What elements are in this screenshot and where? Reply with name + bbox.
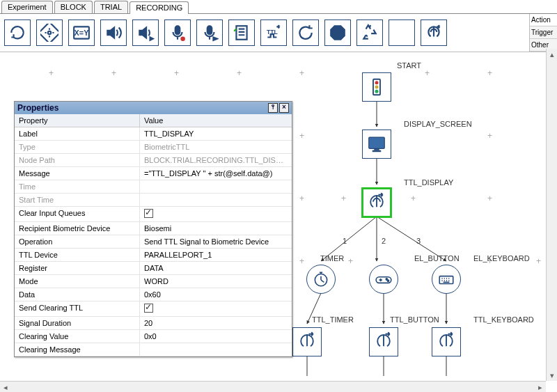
property-row[interactable]: RegisterDATA (15, 262, 292, 275)
property-row[interactable]: Data0x60 (15, 288, 292, 301)
log-button[interactable] (228, 19, 255, 46)
blank-button[interactable] (389, 19, 415, 46)
drift-button[interactable] (36, 19, 63, 46)
brain-ttl-icon-4 (436, 331, 457, 352)
tab-trial[interactable]: TRIAL (94, 1, 128, 13)
svg-marker-8 (213, 38, 217, 40)
action-toolbar: X=Y TTL (0, 14, 529, 52)
edge-label-1: 1 (343, 237, 347, 245)
node-ttl-display[interactable] (362, 188, 391, 217)
property-value[interactable]: ="TTL_DISPLAY " + str(@self.data@) (140, 167, 292, 180)
property-value[interactable]: DATA (140, 262, 292, 274)
record-sound-button[interactable] (164, 19, 191, 46)
property-row[interactable]: Clear Input Queues (15, 207, 292, 222)
property-label: Clearing Value (15, 330, 140, 343)
property-row[interactable]: Send Clearing TTL (15, 301, 292, 317)
control-sound-button[interactable] (132, 19, 159, 46)
ttl-button[interactable]: TTL (260, 19, 287, 46)
loop-button[interactable] (4, 19, 31, 46)
scroll-up-icon[interactable]: ▴ (547, 49, 557, 60)
node-el-button[interactable] (369, 265, 398, 294)
tab-recording[interactable]: RECORDING (130, 1, 189, 14)
scroll-left-icon[interactable]: ◂ (0, 382, 11, 392)
property-row: Time (15, 180, 292, 194)
biometric-button[interactable] (421, 19, 447, 46)
node-ttl-keyboard[interactable] (432, 327, 461, 356)
svg-rect-29 (372, 150, 382, 152)
property-label: Type (15, 141, 140, 153)
checkbox-icon[interactable] (144, 304, 153, 313)
property-row[interactable]: Clearing Value0x0 (15, 330, 292, 343)
property-value: BLOCK.TRIAL.RECORDING.TTL_DISPLAY (140, 154, 292, 166)
properties-close-icon[interactable]: × (279, 103, 289, 113)
stop-record-button[interactable] (196, 19, 223, 46)
properties-header-value: Value (140, 114, 167, 127)
property-value[interactable] (140, 207, 292, 221)
recycle-button[interactable] (356, 19, 383, 46)
label-display: DISPLAY_SCREEN (404, 120, 472, 128)
stop-icon (329, 24, 347, 42)
property-value[interactable]: Biosemi (140, 222, 292, 235)
property-value[interactable]: WORD (140, 275, 292, 288)
property-label: Message (15, 167, 140, 180)
level-tabs: Experiment BLOCK TRIAL RECORDING (0, 0, 557, 14)
stop-button[interactable] (324, 19, 351, 46)
reset-button[interactable] (292, 19, 319, 46)
property-label: Register (15, 262, 140, 274)
property-label: Recipient Biometric Device (15, 222, 140, 235)
monitor-icon (366, 134, 387, 155)
property-value[interactable]: 20 (140, 317, 292, 329)
reset-icon (297, 24, 315, 42)
property-row[interactable]: Clearing Message (15, 343, 292, 356)
edge-label-3: 3 (416, 237, 421, 245)
properties-titlebar[interactable]: Properties ⫯ × (15, 102, 292, 114)
side-tab-action[interactable]: Action (530, 14, 557, 26)
play-sound-button[interactable] (100, 19, 127, 46)
label-ttl-button: TTL_BUTTON (390, 315, 439, 324)
node-ttl-timer[interactable] (292, 327, 322, 356)
property-row[interactable]: TTL DevicePARALLELPORT_1 (15, 249, 292, 262)
tab-block[interactable]: BLOCK (54, 1, 93, 13)
property-value[interactable] (140, 301, 292, 316)
svg-rect-5 (175, 26, 180, 34)
svg-rect-7 (207, 26, 212, 34)
scroll-down-icon[interactable]: ▾ (547, 370, 557, 381)
edge-label-2: 2 (382, 237, 386, 245)
property-value: BiometricTTL (140, 141, 292, 153)
horizontal-scrollbar[interactable]: ◂ ▸ (0, 381, 546, 392)
node-timer[interactable] (306, 265, 336, 294)
tab-experiment[interactable]: Experiment (1, 1, 53, 13)
assign-button[interactable]: X=Y (68, 19, 95, 46)
assign-icon: X=Y (72, 24, 91, 42)
properties-rows: LabelTTL_DISPLAYTypeBiometricTTLNode Pat… (15, 127, 292, 356)
property-value[interactable]: PARALLELPORT_1 (140, 249, 292, 261)
properties-panel: Properties ⫯ × Property Value LabelTTL_D… (14, 101, 292, 357)
label-start: START (397, 61, 421, 70)
property-value[interactable]: 0x60 (140, 288, 292, 301)
node-display-screen[interactable] (362, 130, 391, 159)
vertical-scrollbar[interactable]: ▴ ▾ (546, 49, 557, 381)
property-value[interactable]: TTL_DISPLAY (140, 127, 292, 140)
checkbox-icon[interactable] (144, 209, 153, 218)
property-value[interactable]: Send TTL Signal to Biometric Device (140, 235, 292, 248)
brain-ttl-icon-2 (297, 331, 317, 352)
property-row[interactable]: ModeWORD (15, 275, 292, 288)
node-start[interactable] (362, 72, 391, 102)
property-row[interactable]: LabelTTL_DISPLAY (15, 127, 292, 141)
svg-rect-0 (40, 24, 58, 42)
node-el-keyboard[interactable] (432, 265, 461, 294)
property-row[interactable]: OperationSend TTL Signal to Biometric De… (15, 235, 292, 249)
property-row[interactable]: Message="TTL_DISPLAY " + str(@self.data@… (15, 167, 292, 180)
label-ttl-display: TTL_DISPLAY (404, 178, 453, 187)
property-row[interactable]: Recipient Biometric DeviceBiosemi (15, 222, 292, 235)
label-ttl-keyboard: TTL_KEYBOARD (473, 315, 534, 324)
property-row[interactable]: Signal Duration20 (15, 317, 292, 330)
stop-record-icon (201, 24, 219, 42)
side-tab-trigger[interactable]: Trigger (530, 26, 557, 39)
properties-pin-icon[interactable]: ⫯ (268, 103, 278, 113)
scroll-right-icon[interactable]: ▸ (535, 382, 546, 392)
property-value[interactable] (140, 343, 292, 356)
property-value[interactable]: 0x0 (140, 330, 292, 343)
play-sound-icon (104, 24, 123, 42)
node-ttl-button[interactable] (369, 327, 398, 356)
